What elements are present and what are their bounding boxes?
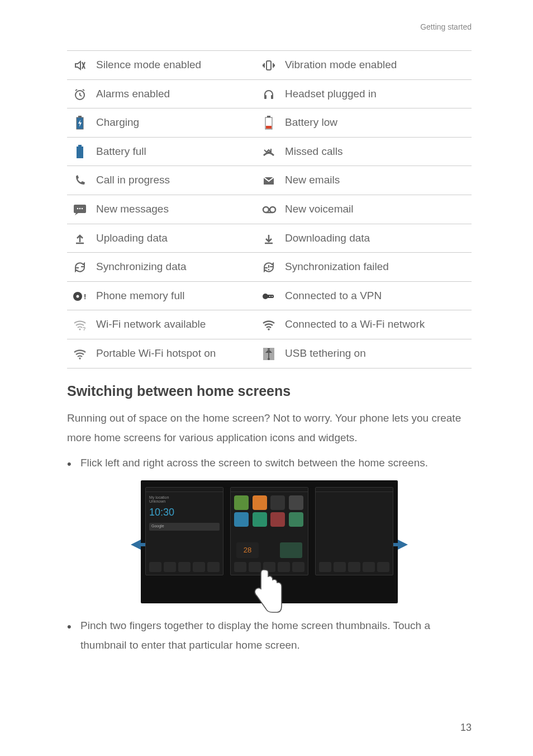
sync-icon [73,259,87,274]
svg-text:?: ? [83,326,85,332]
svg-point-33 [268,358,270,360]
home-screen-pane: 28 [230,487,308,575]
status-label: Silence mode enabled [93,51,256,80]
table-row: Call in progress New emails [67,166,472,195]
svg-point-16 [263,207,269,212]
battery-low-icon [261,115,276,130]
vpn-icon [261,289,276,303]
svg-rect-3 [271,95,273,99]
usb-tethering-icon [261,346,276,361]
home-screen-pane [315,487,393,575]
svg-rect-8 [266,126,272,129]
svg-point-13 [77,208,79,210]
missed-call-icon [261,144,276,159]
status-label: Vibration mode enabled [282,51,472,80]
svg-rect-10 [78,145,82,147]
bullet-item: Flick left and right across the screen t… [67,453,472,472]
status-label: Synchronization failed [282,253,472,282]
table-row: Portable Wi-Fi hotspot on USB tethering … [67,339,472,368]
status-label: Charging [93,108,256,138]
voicemail-icon [261,202,276,216]
status-label: Uploading data [93,224,256,253]
svg-point-17 [270,207,275,212]
home-screens-figure: My locationUnknown 10:30 Google 28 [141,480,398,603]
new-message-icon [73,202,87,216]
svg-point-24 [77,295,79,297]
status-label: Portable Wi-Fi hotspot on [93,339,256,368]
svg-rect-5 [78,116,82,117]
battery-full-icon [73,144,87,159]
wifi-available-icon: ? [73,317,87,332]
table-row: Alarms enabled Headset plugged in [67,79,472,108]
table-row: Synchronizing data Synchronization faile… [67,253,472,282]
status-label: Call in progress [93,166,256,195]
table-row: New messages New voicemail [67,195,472,224]
status-label: Battery full [93,137,256,166]
svg-point-30 [268,329,270,331]
bullet-item: Pinch two fingers together to display th… [67,616,472,655]
home-screen-pane: My locationUnknown 10:30 Google [145,487,223,575]
section-paragraph: Running out of space on the home screen?… [67,408,472,447]
status-label: Phone memory full [93,281,256,310]
alarm-icon [73,87,87,101]
table-row: ! Phone memory full Connected to a VPN [67,281,472,310]
svg-rect-2 [264,95,266,99]
arrow-right-icon [398,540,408,550]
wifi-connected-icon [261,317,276,332]
charging-icon [73,115,87,130]
table-row: Charging Battery low [67,108,472,138]
headset-icon [261,87,276,101]
status-label: Wi-Fi network available [93,310,256,339]
svg-point-22 [268,269,269,270]
arrow-left-icon [131,540,141,550]
status-label: New voicemail [282,195,472,224]
svg-rect-0 [266,61,271,70]
silence-mode-icon [73,58,87,72]
status-label: Battery low [282,108,472,138]
page-number: 13 [460,722,472,734]
hotspot-icon [73,346,87,361]
svg-point-28 [79,329,80,330]
table-row: ? Wi-Fi network available Connected to a… [67,310,472,339]
download-icon [261,231,276,245]
finger-swipe-icon [247,564,286,615]
svg-point-31 [79,357,80,359]
status-label: USB tethering on [282,339,472,368]
status-label: Missed calls [282,137,472,166]
status-icon-table: Silence mode enabled Vibration mode enab… [67,50,472,368]
new-email-icon [261,173,276,187]
call-in-progress-icon [73,173,87,187]
status-label: Downloading data [282,224,472,253]
status-label: Alarms enabled [93,79,256,108]
svg-rect-9 [77,147,83,158]
sync-failed-icon [261,259,276,274]
memory-full-icon: ! [73,289,87,303]
status-label: New messages [93,195,256,224]
vibration-mode-icon [261,58,276,72]
svg-point-14 [79,208,81,210]
status-label: Connected to a Wi-Fi network [282,310,472,339]
table-row: Uploading data Downloading data [67,224,472,253]
section-title: Switching between home screens [67,383,472,399]
svg-point-15 [82,208,83,210]
status-label: Connected to a VPN [282,281,472,310]
status-label: New emails [282,166,472,195]
svg-text:!: ! [84,292,86,301]
status-label: Headset plugged in [282,79,472,108]
table-row: Battery full Missed calls [67,137,472,166]
table-row: Silence mode enabled Vibration mode enab… [67,51,472,80]
header-label: Getting started [420,22,472,31]
svg-rect-7 [267,116,270,117]
upload-icon [73,231,87,245]
status-label: Synchronizing data [93,253,256,282]
